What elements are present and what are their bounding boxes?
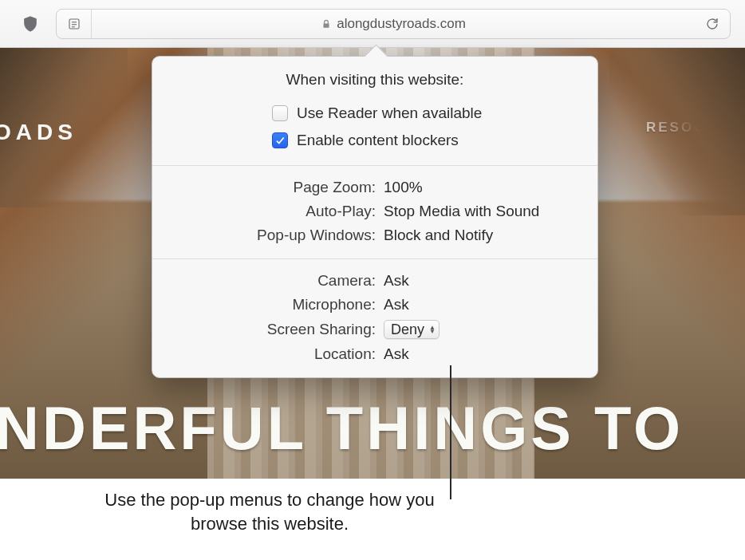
popup-windows-label: Pop-up Windows: xyxy=(170,227,384,244)
browser-toolbar: alongdustyroads.com xyxy=(0,0,745,48)
screen-sharing-popup[interactable]: Deny ▲▼ xyxy=(384,320,580,339)
address-bar-text[interactable]: alongdustyroads.com xyxy=(92,16,695,32)
page-zoom-row: Page Zoom: 100% xyxy=(170,175,580,199)
shield-icon xyxy=(22,15,39,33)
microphone-row: Microphone: Ask xyxy=(170,293,580,317)
reader-checkbox[interactable] xyxy=(272,105,288,121)
popup-windows-value[interactable]: Block and Notify xyxy=(384,227,580,244)
location-row: Location: Ask xyxy=(170,342,580,366)
auto-play-value[interactable]: Stop Media with Sound xyxy=(384,203,580,220)
checkmark-icon xyxy=(274,135,286,146)
reload-button[interactable] xyxy=(695,10,730,38)
reader-format-icon xyxy=(67,17,81,31)
camera-row: Camera: Ask xyxy=(170,269,580,293)
popup-windows-row: Pop-up Windows: Block and Notify xyxy=(170,223,580,247)
screen-sharing-popup-button[interactable]: Deny ▲▼ xyxy=(384,320,440,339)
page-headline-fragment: NDERFUL THINGS TO xyxy=(0,393,684,463)
page-zoom-value[interactable]: 100% xyxy=(384,179,580,196)
callout-leader-line xyxy=(450,365,451,499)
lock-icon xyxy=(321,18,332,30)
callout-text: Use the pop-up menus to change how you b… xyxy=(86,488,453,535)
blockers-checkbox[interactable] xyxy=(272,132,288,148)
camera-value[interactable]: Ask xyxy=(384,272,580,290)
screen-sharing-label: Screen Sharing: xyxy=(170,321,384,338)
microphone-label: Microphone: xyxy=(170,296,384,314)
reader-checkbox-row[interactable]: Use Reader when available xyxy=(170,100,580,127)
page-nav-fragment: RESOURC xyxy=(646,120,731,136)
blockers-checkbox-row[interactable]: Enable content blockers xyxy=(170,127,580,154)
screen-sharing-value: Deny xyxy=(391,321,424,338)
popover-title: When visiting this website: xyxy=(152,57,597,100)
website-settings-popover: When visiting this website: Use Reader w… xyxy=(152,56,598,378)
popup-arrows-icon: ▲▼ xyxy=(429,325,436,333)
popover-section-toggles: Use Reader when available Enable content… xyxy=(152,100,597,165)
reader-checkbox-label: Use Reader when available xyxy=(297,105,482,122)
blockers-checkbox-label: Enable content blockers xyxy=(297,132,459,149)
location-label: Location: xyxy=(170,345,384,363)
page-zoom-label: Page Zoom: xyxy=(170,179,384,196)
domain-text: alongdustyroads.com xyxy=(337,16,466,32)
privacy-report-button[interactable] xyxy=(14,10,46,38)
popover-section-permissions: Camera: Ask Microphone: Ask Screen Shari… xyxy=(152,258,597,377)
camera-label: Camera: xyxy=(170,272,384,290)
address-bar[interactable]: alongdustyroads.com xyxy=(56,9,731,39)
page-brand-fragment: OADS xyxy=(0,120,77,145)
microphone-value[interactable]: Ask xyxy=(384,296,580,314)
popover-section-general: Page Zoom: 100% Auto-Play: Stop Media wi… xyxy=(152,165,597,258)
reader-format-button[interactable] xyxy=(57,10,92,38)
reload-icon xyxy=(705,17,719,31)
location-value[interactable]: Ask xyxy=(384,345,580,363)
auto-play-row: Auto-Play: Stop Media with Sound xyxy=(170,199,580,223)
auto-play-label: Auto-Play: xyxy=(170,203,384,220)
screen-sharing-row: Screen Sharing: Deny ▲▼ xyxy=(170,317,580,342)
